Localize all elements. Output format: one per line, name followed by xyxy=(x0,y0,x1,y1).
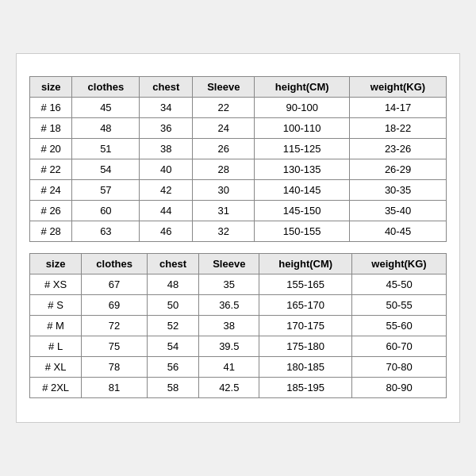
table-row: # 1645342290-10014-17 xyxy=(30,98,447,118)
table-cell: 36.5 xyxy=(199,295,259,316)
table-cell: 40 xyxy=(140,159,193,180)
table-cell: 41 xyxy=(199,357,259,378)
table-cell: # XL xyxy=(30,357,82,378)
table2-header-row: sizeclotheschestSleeveheight(CM)weight(K… xyxy=(30,254,447,274)
table-cell: 180-185 xyxy=(259,357,352,378)
table-cell: 45 xyxy=(72,98,140,118)
column-header: chest xyxy=(147,254,198,274)
table1-header: sizeclotheschestSleeveheight(CM)weight(K… xyxy=(30,77,447,98)
table-cell: 56 xyxy=(147,357,198,378)
table-row: # L755439.5175-18060-70 xyxy=(30,336,447,357)
table-cell: 145-150 xyxy=(255,201,350,221)
table-cell: 30-35 xyxy=(350,180,447,201)
table-cell: 34 xyxy=(140,98,193,118)
table-row: # 26604431145-15035-40 xyxy=(30,201,447,221)
table-row: # 24574230140-14530-35 xyxy=(30,180,447,201)
column-header: height(CM) xyxy=(259,254,352,274)
table-cell: # S xyxy=(30,295,82,316)
table-cell: 58 xyxy=(147,378,198,398)
table-cell: # 26 xyxy=(30,201,72,221)
table-cell: 130-135 xyxy=(255,159,350,180)
size-table-2: sizeclotheschestSleeveheight(CM)weight(K… xyxy=(29,253,447,398)
table-cell: 72 xyxy=(82,316,148,336)
table-cell: 140-145 xyxy=(255,180,350,201)
table-cell: 54 xyxy=(147,336,198,357)
table-cell: 80-90 xyxy=(352,378,447,398)
column-header: weight(KG) xyxy=(352,254,447,274)
table-cell: 14-17 xyxy=(350,98,447,118)
table-row: # M725238170-17555-60 xyxy=(30,316,447,336)
table-cell: # 2XL xyxy=(30,378,82,398)
table-cell: 115-125 xyxy=(255,139,350,159)
table-cell: 18-22 xyxy=(350,118,447,139)
table-cell: 48 xyxy=(147,274,198,295)
table-cell: 75 xyxy=(82,336,148,357)
table-cell: 46 xyxy=(140,221,193,242)
table-cell: 32 xyxy=(193,221,255,242)
table-cell: 50 xyxy=(147,295,198,316)
table-cell: # 16 xyxy=(30,98,72,118)
table-cell: 38 xyxy=(199,316,259,336)
table-cell: 35-40 xyxy=(350,201,447,221)
table-row: # 18483624100-11018-22 xyxy=(30,118,447,139)
table-cell: 55-60 xyxy=(352,316,447,336)
table-cell: 170-175 xyxy=(259,316,352,336)
table-cell: 39.5 xyxy=(199,336,259,357)
column-header: size xyxy=(30,254,82,274)
table-row: # XS674835155-16545-50 xyxy=(30,274,447,295)
column-header: size xyxy=(30,77,72,98)
table-cell: 42 xyxy=(140,180,193,201)
column-header: clothes xyxy=(82,254,148,274)
table-cell: 36 xyxy=(140,118,193,139)
table-cell: 150-155 xyxy=(255,221,350,242)
table-cell: 63 xyxy=(72,221,140,242)
column-header: chest xyxy=(140,77,193,98)
table-cell: 35 xyxy=(199,274,259,295)
size-table-1: sizeclotheschestSleeveheight(CM)weight(K… xyxy=(29,76,447,242)
table-cell: 40-45 xyxy=(350,221,447,242)
table-cell: # L xyxy=(30,336,82,357)
table-cell: 51 xyxy=(72,139,140,159)
table-cell: 26-29 xyxy=(350,159,447,180)
table-cell: 24 xyxy=(193,118,255,139)
table-cell: 50-55 xyxy=(352,295,447,316)
table-cell: 70-80 xyxy=(352,357,447,378)
table-cell: 155-165 xyxy=(259,274,352,295)
table-cell: # 20 xyxy=(30,139,72,159)
table-cell: 54 xyxy=(72,159,140,180)
table-cell: # XS xyxy=(30,274,82,295)
table2-header: sizeclotheschestSleeveheight(CM)weight(K… xyxy=(30,254,447,274)
table-cell: 23-26 xyxy=(350,139,447,159)
table-row: # XL785641180-18570-80 xyxy=(30,357,447,378)
column-header: weight(KG) xyxy=(350,77,447,98)
column-header: Sleeve xyxy=(199,254,259,274)
table1-body: # 1645342290-10014-17# 18483624100-11018… xyxy=(30,98,447,242)
table-cell: 165-170 xyxy=(259,295,352,316)
table-cell: # M xyxy=(30,316,82,336)
table-cell: 45-50 xyxy=(352,274,447,295)
table-cell: 81 xyxy=(82,378,148,398)
table-cell: 67 xyxy=(82,274,148,295)
table-cell: 60-70 xyxy=(352,336,447,357)
table-row: # 2XL815842.5185-19580-90 xyxy=(30,378,447,398)
column-header: height(CM) xyxy=(255,77,350,98)
table-cell: 90-100 xyxy=(255,98,350,118)
table2-body: # XS674835155-16545-50# S695036.5165-170… xyxy=(30,274,447,398)
table-cell: 185-195 xyxy=(259,378,352,398)
column-header: Sleeve xyxy=(193,77,255,98)
size-chart-card: sizeclotheschestSleeveheight(CM)weight(K… xyxy=(16,53,460,423)
table-cell: 52 xyxy=(147,316,198,336)
table-row: # 28634632150-15540-45 xyxy=(30,221,447,242)
table-row: # 22544028130-13526-29 xyxy=(30,159,447,180)
table-cell: 57 xyxy=(72,180,140,201)
table-cell: 44 xyxy=(140,201,193,221)
table-cell: 42.5 xyxy=(199,378,259,398)
table-cell: # 28 xyxy=(30,221,72,242)
table-cell: 78 xyxy=(82,357,148,378)
table-cell: 38 xyxy=(140,139,193,159)
table-cell: 48 xyxy=(72,118,140,139)
table-cell: 26 xyxy=(193,139,255,159)
table-cell: 31 xyxy=(193,201,255,221)
table-cell: 22 xyxy=(193,98,255,118)
table-cell: 100-110 xyxy=(255,118,350,139)
